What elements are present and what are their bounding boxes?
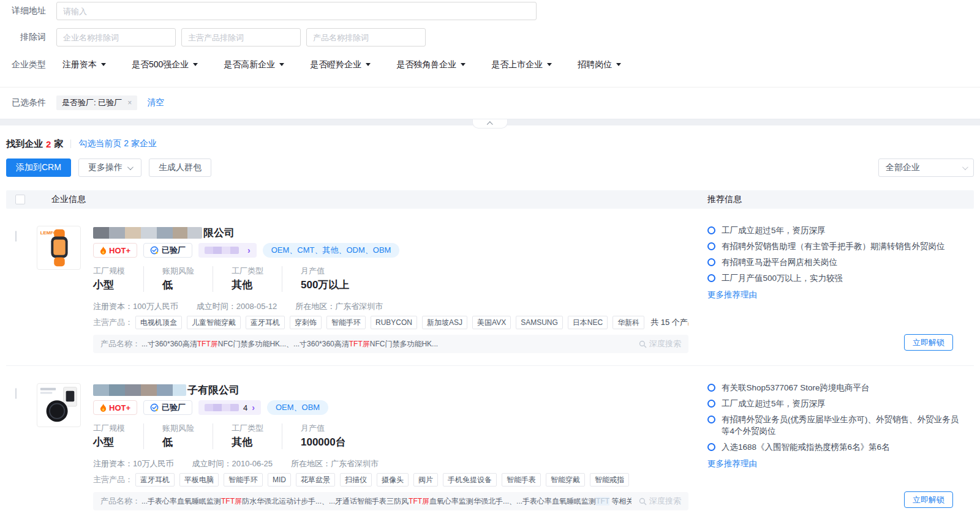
product-tag[interactable]: 花草盆景 xyxy=(296,473,335,487)
recommend-item: 工厂月产值500万以上，实力较强 xyxy=(707,272,960,284)
search-icon xyxy=(639,340,647,348)
recommend-item: 有招聘亚马逊平台网店相关岗位 xyxy=(707,256,960,268)
recommend-item: 有招聘外贸销售助理（有主管手把手教）期满转销售外贸岗位 xyxy=(707,240,960,252)
chevron-down-icon xyxy=(127,164,134,170)
more-products-link[interactable]: 共 15 个产品 › xyxy=(650,317,688,328)
product-tag[interactable]: 阀片 xyxy=(413,473,438,487)
row-checkbox[interactable] xyxy=(15,388,17,399)
product-tag[interactable]: 儿童智能穿戴 xyxy=(187,316,241,329)
product-tag[interactable]: 电视机顶盒 xyxy=(135,316,182,329)
deep-search-label: 深度搜索 xyxy=(649,496,681,507)
company-logo: LEMFO xyxy=(37,226,81,270)
product-tag[interactable]: 日本NEC xyxy=(568,316,608,329)
select-current-page-link[interactable]: 勾选当前页 2 家企业 xyxy=(78,138,157,149)
product-tag[interactable]: 扫描仪 xyxy=(340,473,372,487)
product-tag[interactable]: MID xyxy=(268,473,291,487)
more-operations-button[interactable]: 更多操作 xyxy=(78,158,141,177)
search-icon xyxy=(639,498,647,505)
rank-badge[interactable]: 4 › xyxy=(198,400,261,415)
main-products-label: 主营产品： xyxy=(93,317,133,328)
verified-label: 已验厂 xyxy=(162,402,186,413)
oem-mode-tag: OEM、CMT、其他、ODM、OBM xyxy=(263,243,400,258)
product-tags: 电视机顶盒儿童智能穿戴蓝牙耳机穿刺饰智能手环RUBYCON新加坡ASJ美国AVX… xyxy=(135,316,644,329)
deep-search-button[interactable]: 深度搜索 xyxy=(639,338,681,349)
stat-factory-type: 工厂类型其他 xyxy=(232,266,282,292)
product-name-snippet: TFT屏 xyxy=(349,340,370,348)
product-tag[interactable]: 蓝牙耳机 xyxy=(135,473,175,487)
company-name[interactable]: 子有限公司 xyxy=(93,383,688,397)
product-name-snippet: TFT屏 xyxy=(197,340,218,348)
deep-search-button[interactable]: 深度搜索 xyxy=(639,496,681,507)
check-circle-icon xyxy=(150,403,159,412)
product-tag[interactable]: 智能手环 xyxy=(326,316,366,329)
unlock-button[interactable]: 立即解锁 xyxy=(904,334,953,351)
select-all-checkbox[interactable] xyxy=(15,195,25,204)
company-type-label: 企业类型 xyxy=(0,59,56,70)
product-tag[interactable]: 智能穿戴 xyxy=(546,473,585,487)
info-item: 所在地区：广东省深圳市 xyxy=(295,302,383,311)
product-name-snippet: 防水华强北运动计步手...、 xyxy=(242,497,329,505)
filter-dropdown[interactable]: 是否高新企业 xyxy=(224,59,284,70)
verified-label: 已验厂 xyxy=(162,245,186,256)
found-count: 2 xyxy=(46,139,51,149)
company-type-dropdowns: 注册资本是否500强企业是否高新企业是否瞪羚企业是否独角兽企业是否上市企业招聘岗… xyxy=(62,59,621,70)
product-tag[interactable]: 华新科 xyxy=(612,316,644,329)
scope-select-value: 全部企业 xyxy=(886,162,920,173)
add-to-crm-button[interactable]: 添加到CRM xyxy=(6,158,71,177)
collapse-filters-button[interactable] xyxy=(472,119,508,129)
more-reasons-link[interactable]: 更多推荐理由 xyxy=(707,289,757,300)
product-tag[interactable]: SAMSUNG xyxy=(516,316,563,329)
badge-row: HOT+ 已验厂 › OEM xyxy=(93,243,688,258)
exclude-company-name-input[interactable] xyxy=(56,28,176,47)
rank-badge[interactable]: › xyxy=(198,243,257,258)
company-logo xyxy=(37,383,81,427)
product-name-snippet: NFC门禁多功能HK...、 xyxy=(218,340,293,348)
product-tag[interactable]: 平板电脑 xyxy=(179,473,219,487)
company-name[interactable]: 限公司 xyxy=(93,226,688,239)
product-name-snippet: TFT屏 xyxy=(221,497,242,505)
verified-factory-badge: 已验厂 xyxy=(143,400,192,415)
product-tag[interactable]: 手机免提设备 xyxy=(443,473,497,487)
main-products-row: 主营产品： 蓝牙耳机平板电脑智能手环MID花草盆景扫描仪摄像头阀片手机免提设备智… xyxy=(93,473,688,487)
redacted-rank-block xyxy=(205,247,239,254)
generate-audience-button[interactable]: 生成人群包 xyxy=(149,158,211,177)
product-tag[interactable]: 美国AVX xyxy=(472,316,511,329)
filter-row-address: 详细地址 xyxy=(0,2,980,20)
filter-dropdown[interactable]: 招聘岗位 xyxy=(578,59,621,70)
company-scope-select[interactable]: 全部企业 xyxy=(878,158,974,177)
filter-dropdown[interactable]: 是否瞪羚企业 xyxy=(310,59,371,70)
unlock-button[interactable]: 立即解锁 xyxy=(904,491,953,508)
stat-payment-risk: 账期风险低 xyxy=(162,423,213,449)
stats-row: 工厂规模小型 账期风险低 工厂类型其他 月产值100000台 xyxy=(93,423,688,449)
product-tag[interactable]: RUBYCON xyxy=(371,316,417,329)
product-name-snippet: ...手表心率血氧睡眠监测 xyxy=(141,497,221,505)
product-tag[interactable]: 蓝牙耳机 xyxy=(246,316,285,329)
filter-dropdown[interactable]: 是否500强企业 xyxy=(132,59,198,70)
product-tag[interactable]: 摄像头 xyxy=(377,473,409,487)
product-tag[interactable]: 新加坡ASJ xyxy=(422,316,467,329)
product-tag[interactable]: 智能手表 xyxy=(502,473,541,487)
product-tag[interactable]: 穿刺饰 xyxy=(290,316,322,329)
rank-value: 4 xyxy=(243,403,247,412)
check-circle-icon xyxy=(150,246,159,255)
filter-dropdown[interactable]: 是否独角兽企业 xyxy=(396,59,466,70)
flame-icon xyxy=(100,247,107,255)
more-reasons-link[interactable]: 更多推荐理由 xyxy=(707,458,757,469)
hot-badge: HOT+ xyxy=(93,400,137,415)
exclude-product-name-input[interactable] xyxy=(306,28,426,47)
row-checkbox[interactable] xyxy=(15,231,17,242)
filter-dropdown[interactable]: 是否上市企业 xyxy=(491,59,552,70)
address-input[interactable] xyxy=(56,2,537,20)
chevron-up-icon xyxy=(486,121,492,127)
chevron-right-icon: › xyxy=(247,245,251,255)
product-name-snippets: ...手表心率血氧睡眠监测TFT屏防水华强北运动计步手...、...牙通话智能手… xyxy=(141,496,631,507)
filter-row-company-type: 企业类型 注册资本是否500强企业是否高新企业是否瞪羚企业是否独角兽企业是否上市… xyxy=(0,59,980,71)
product-names-bar: 产品名称： ...手表心率血氧睡眠监测TFT屏防水华强北运动计步手...、...… xyxy=(93,492,688,510)
filter-dropdown[interactable]: 注册资本 xyxy=(62,59,106,70)
product-tag[interactable]: 智能戒指 xyxy=(590,473,629,487)
selected-condition-text: 是否验厂: 已验厂 xyxy=(62,97,122,108)
clear-conditions-link[interactable]: 清空 xyxy=(147,97,164,108)
close-icon[interactable]: × xyxy=(127,99,132,107)
exclude-main-product-input[interactable] xyxy=(181,28,301,47)
product-tag[interactable]: 智能手环 xyxy=(224,473,263,487)
